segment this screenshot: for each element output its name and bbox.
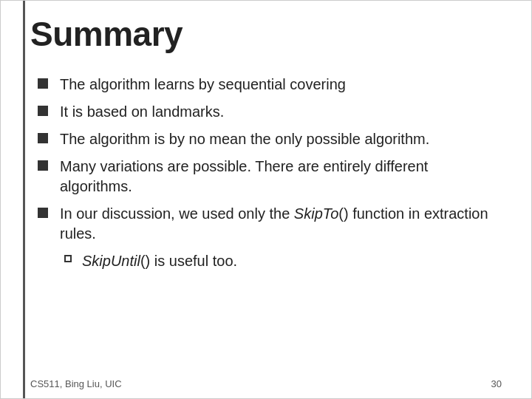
footer-left: CS511, Bing Liu, UIC xyxy=(30,378,122,389)
italic-text: SkipUntil xyxy=(82,253,140,269)
bullet-text: Many variations are possible. There are … xyxy=(60,157,502,197)
sub-bullet-text: SkipUntil() is useful too. xyxy=(82,251,237,271)
list-item: The algorithm is by no mean the only pos… xyxy=(38,129,502,149)
bullet-text: In our discussion, we used only the Skip… xyxy=(60,204,502,244)
content-area: Summary The algorithm learns by sequenti… xyxy=(1,1,531,398)
slide-footer: CS511, Bing Liu, UIC 30 xyxy=(30,378,502,389)
slide-title: Summary xyxy=(30,14,502,54)
italic-text: SkipTo xyxy=(294,205,338,222)
sub-bullet-list: SkipUntil() is useful too. xyxy=(30,251,502,271)
sub-bullet-marker-icon xyxy=(64,255,72,262)
bullet-marker-icon xyxy=(38,78,48,89)
list-item: Many variations are possible. There are … xyxy=(38,157,502,197)
slide-container: Summary The algorithm learns by sequenti… xyxy=(0,0,532,399)
sub-list-item: SkipUntil() is useful too. xyxy=(64,251,502,271)
bullet-marker-icon xyxy=(38,106,48,116)
list-item: In our discussion, we used only the Skip… xyxy=(38,204,502,244)
list-item: It is based on landmarks. xyxy=(38,102,502,122)
bullet-text: The algorithm learns by sequential cover… xyxy=(60,75,502,95)
footer-right: 30 xyxy=(491,378,502,389)
bullet-marker-icon xyxy=(38,208,48,218)
bullet-text: It is based on landmarks. xyxy=(60,102,502,122)
list-item: The algorithm learns by sequential cover… xyxy=(38,75,502,95)
bullet-text: The algorithm is by no mean the only pos… xyxy=(60,129,502,149)
bullet-marker-icon xyxy=(38,160,48,171)
bullet-list: The algorithm learns by sequential cover… xyxy=(30,75,502,244)
bullet-marker-icon xyxy=(38,133,48,143)
